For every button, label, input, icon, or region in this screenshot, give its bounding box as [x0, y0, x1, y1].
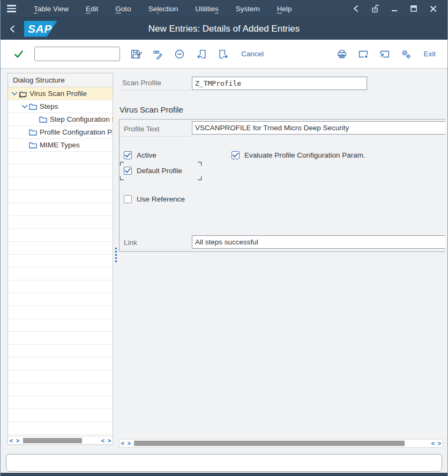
scroll-left-icon[interactable]: <	[100, 436, 106, 445]
checkbox-label: Evaluate Profile Configuration Param.	[244, 151, 365, 159]
tree-empty-row	[8, 216, 113, 229]
folder-icon	[28, 141, 38, 150]
tree-empty-row	[8, 152, 113, 165]
tree-empty-row	[8, 203, 113, 216]
menu-item-utilities[interactable]: Utilities	[188, 2, 226, 16]
link-input[interactable]: All steps successful	[192, 235, 445, 249]
panel-splitter[interactable]	[114, 248, 117, 266]
exit-button[interactable]: Exit	[421, 49, 438, 59]
folder-icon	[39, 115, 48, 124]
menu-item-edit[interactable]: Edit	[78, 2, 106, 16]
tree-empty-row	[8, 280, 113, 293]
profile-text-label: Profile Text	[124, 125, 160, 133]
display-change-icon[interactable]	[151, 48, 164, 61]
tree-collapse-chevron-icon[interactable]	[10, 90, 18, 98]
link-label: Link	[124, 239, 137, 247]
scroll-left-icon[interactable]: <	[120, 439, 126, 448]
tree-empty-row	[8, 396, 113, 409]
tree-empty-row	[8, 332, 113, 345]
menu-item-table-view[interactable]: Table View	[26, 2, 76, 16]
dialog-structure-panel: Dialog Structure Virus Scan ProfileSteps…	[8, 73, 113, 445]
scroll-right-icon[interactable]: >	[106, 436, 113, 445]
checkbox-use-reference[interactable]: Use Reference	[124, 195, 185, 203]
print-icon[interactable]	[335, 48, 348, 61]
minimize-icon[interactable]	[387, 2, 401, 15]
checkbox-box[interactable]	[124, 195, 132, 203]
tree-empty-row	[8, 306, 113, 319]
tree-empty-row	[8, 293, 113, 306]
tree-node-virus-scan-profile[interactable]: Virus Scan Profile	[8, 87, 113, 100]
detail-form: Scan Profile Z_TMProfile Virus Scan Prof…	[119, 69, 445, 452]
checkbox-active[interactable]: Active	[124, 151, 156, 159]
page-title: New Entries: Details of Added Entries	[1, 24, 447, 34]
settings-gears-icon[interactable]	[400, 48, 413, 61]
page-back-icon[interactable]	[195, 48, 208, 61]
maximize-icon[interactable]	[407, 2, 421, 15]
enter-check-icon[interactable]	[12, 48, 25, 61]
scan-profile-input[interactable]: Z_TMProfile	[192, 77, 367, 90]
back-chevron-icon[interactable]	[1, 18, 24, 40]
folder-icon	[28, 128, 38, 137]
cancel-button[interactable]: Cancel	[239, 49, 266, 59]
scrollbar-thumb[interactable]	[23, 438, 82, 443]
tree-collapse-chevron-icon[interactable]	[20, 102, 28, 111]
scroll-left-icon[interactable]: <	[430, 439, 436, 448]
menu-item-goto[interactable]: Goto	[108, 2, 138, 16]
title-bar: SAP New Entries: Details of Added Entrie…	[1, 17, 447, 40]
find-window-icon[interactable]	[357, 48, 370, 61]
page-forward-icon[interactable]	[217, 48, 230, 61]
save-icon[interactable]	[129, 48, 142, 61]
tree-empty-row	[8, 255, 113, 267]
sap-logo: SAP	[24, 21, 57, 37]
tree-node-label: MIME Types	[40, 141, 80, 149]
scroll-left-icon[interactable]: <	[8, 436, 14, 445]
tree-node-spacer	[20, 128, 28, 137]
menu-item-selection[interactable]: Selection	[141, 2, 186, 16]
tree-empty-row	[8, 242, 113, 255]
checkbox-box[interactable]	[232, 151, 240, 159]
checkbox-label: Default Profile	[137, 167, 182, 175]
tree-node-profile-configuration-pa[interactable]: Profile Configuration Pa	[8, 126, 113, 139]
tree-empty-row	[8, 177, 113, 190]
new-session-icon[interactable]	[378, 48, 391, 61]
scroll-right-icon[interactable]: >	[14, 436, 21, 445]
tree-node-step-configuration-p[interactable]: Step Configuration P	[8, 113, 113, 126]
command-input[interactable]	[35, 47, 136, 61]
tree-node-spacer	[20, 141, 28, 150]
tree-node-label: Virus Scan Profile	[29, 90, 87, 98]
unlock-icon[interactable]	[368, 2, 382, 15]
checkbox-box[interactable]	[124, 151, 132, 159]
tree-node-mime-types[interactable]: MIME Types	[8, 139, 113, 152]
menu-item-help[interactable]: Help	[270, 2, 300, 16]
folder-icon	[28, 102, 38, 111]
dialog-structure-header: Dialog Structure	[8, 73, 113, 87]
minus-circle-icon[interactable]	[173, 48, 186, 61]
scroll-right-icon[interactable]: >	[436, 439, 443, 448]
tree-node-steps[interactable]: Steps	[8, 100, 113, 113]
menu-item-system[interactable]: System	[228, 2, 267, 16]
main-horizontal-scrollbar[interactable]: < > < >	[119, 439, 443, 448]
content-area: Dialog Structure Virus Scan ProfileSteps…	[1, 69, 447, 452]
menu-items: Table ViewEditGotoSelectionUtilitiesSyst…	[26, 2, 299, 16]
profile-text-input[interactable]: VSCANPROFILE for Trned Micro Deep Securi…	[192, 121, 445, 135]
scrollbar-thumb[interactable]	[134, 441, 405, 446]
checkbox-evaluate-profile-configuration-param[interactable]: Evaluate Profile Configuration Param.	[232, 151, 365, 159]
toolbar: Cancel	[1, 40, 447, 69]
checkbox-label: Use Reference	[137, 195, 185, 203]
tree-horizontal-scrollbar[interactable]: < > < >	[8, 436, 113, 444]
tree-empty-row	[8, 190, 113, 203]
section-title: Virus Scan Profile	[120, 105, 183, 114]
tree-empty-row	[8, 229, 113, 242]
menu-bar: Table ViewEditGotoSelectionUtilitiesSyst…	[1, 0, 447, 17]
checkbox-box[interactable]	[124, 167, 132, 175]
checkbox-default-profile[interactable]: Default Profile	[124, 167, 182, 175]
tree-rows: Virus Scan ProfileStepsStep Configuratio…	[8, 87, 113, 436]
tree-empty-row	[8, 267, 113, 280]
close-icon[interactable]	[426, 2, 440, 15]
scroll-right-icon[interactable]: >	[126, 439, 132, 448]
tree-node-label: Step Configuration P	[50, 115, 113, 123]
status-bar	[1, 452, 447, 473]
hamburger-icon[interactable]	[1, 5, 22, 12]
collapse-chevron-icon[interactable]	[349, 2, 363, 15]
command-field[interactable]	[34, 47, 120, 61]
